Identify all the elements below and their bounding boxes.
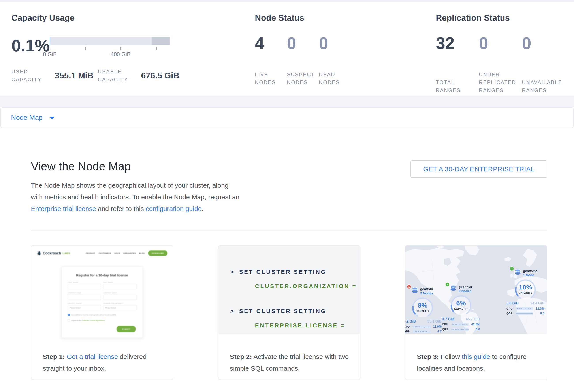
nyc-qps-value: 0.0 <box>476 327 480 331</box>
company-email-field <box>103 295 137 300</box>
capacity-bar-reserved-segment <box>152 37 170 45</box>
company-name-field <box>68 295 101 300</box>
database-icon <box>450 285 457 291</box>
nyc-name: geo=nyc <box>459 285 472 289</box>
dead-nodes-count: 0 <box>319 35 351 52</box>
step3-caption: Step 3: Follow this guide to configure l… <box>405 334 547 374</box>
step1-label: Step 1: <box>43 353 65 360</box>
locality-ams: ✓ geo=ams 1 Node <box>507 269 544 315</box>
license-agreement-link: Software License Agreement. <box>82 319 105 321</box>
sfo-total-gib: 35.1 GiB <box>428 319 442 323</box>
step2-card: >SET CLUSTER SETTING CLUSTER.ORGANIZATIO… <box>218 245 360 380</box>
form-submit-button: SUBMIT <box>117 326 136 332</box>
cockroach-labs-logo: Cockroach LABS <box>37 251 70 256</box>
ams-total-gib: 34.4 GiB <box>530 301 544 305</box>
section-spacer <box>0 96 574 107</box>
sql-prompt: > <box>230 269 235 275</box>
suspect-nodes-label: SUSPECT NODES <box>287 71 319 86</box>
node-map-dropdown-label: Node Map <box>11 114 42 122</box>
used-capacity-label: USED CAPACITY <box>11 68 49 84</box>
page-title: View the Node Map <box>31 160 241 173</box>
step3-node-map-preview: 1 geo=sfo 2 Nodes <box>405 246 547 334</box>
total-ranges-label: TOTAL RANGES <box>436 78 479 94</box>
ams-cpu-value: 12.3% <box>536 307 544 310</box>
capacity-axis-label-zero: 0 GiB <box>43 51 57 57</box>
capacity-bar-used-segment <box>50 37 50 45</box>
ams-nodes: 1 Node <box>523 273 537 277</box>
sql-arg-license: ENTERPRISE.LICENSE = <box>255 322 360 329</box>
nav-customers: CUSTOMERS <box>99 252 111 254</box>
configuration-guide-link[interactable]: configuration guide <box>146 205 202 212</box>
node-map-dropdown[interactable]: Node Map <box>11 114 55 122</box>
ams-capacity-percent: 10% <box>514 284 536 291</box>
unavailable-ranges-label: UNAVAILABLE RANGES <box>522 78 565 94</box>
cpu-sparkline-icon <box>516 307 533 310</box>
nyc-capacity-gauge: 6% CAPACITY <box>450 295 472 317</box>
live-nodes-label: LIVE NODES <box>255 71 287 86</box>
sfo-capacity-percent: 9% <box>411 302 434 309</box>
step2-label: Step 2: <box>230 353 252 360</box>
sfo-nodes: 2 Nodes <box>420 291 433 295</box>
enterprise-trial-license-link[interactable]: Enterprise trial license <box>31 205 96 212</box>
used-capacity-value: 355.1 MiB <box>55 71 93 80</box>
page-top-strip <box>0 0 574 2</box>
sfo-name: geo=sfo <box>420 287 433 291</box>
get-enterprise-trial-button[interactable]: GET A 30-DAY ENTERPRISE TRIAL <box>410 160 547 178</box>
replication-status-title: Replication Status <box>436 13 574 23</box>
ams-qps-value: 0.0 <box>540 312 544 315</box>
ams-capacity-caption: CAPACITY <box>514 291 536 295</box>
view-selector-bar: Node Map <box>0 107 574 128</box>
step2-sql-commands: >SET CLUSTER SETTING CLUSTER.ORGANIZATIO… <box>219 246 360 334</box>
ams-cpu-label: CPU <box>507 307 516 310</box>
nav-resources: RESOURCES <box>123 252 136 254</box>
email-updates-checkbox: ✓ <box>68 314 70 316</box>
last-name-field <box>103 284 137 289</box>
sfo-qps-label: QPS <box>405 330 413 333</box>
capacity-axis-ticks <box>50 47 170 50</box>
get-trial-license-link[interactable]: Get a trial license <box>67 353 118 360</box>
nav-blog: BLOG <box>139 252 145 254</box>
section-divider <box>31 231 547 231</box>
nyc-capacity-percent: 6% <box>450 300 472 306</box>
database-icon <box>514 269 521 275</box>
ams-name: geo=ams <box>523 269 537 273</box>
ams-capacity-gauge: 10% CAPACITY <box>514 279 536 301</box>
sfo-used-gib: 3.2 GiB <box>405 319 416 323</box>
capacity-usage-title: Capacity Usage <box>11 13 255 23</box>
capacity-usage-section: Capacity Usage 0.1% 0 GiB 400 GiB <box>11 13 255 96</box>
usable-capacity-value: 676.5 GiB <box>141 71 179 80</box>
replication-status-section: Replication Status 32 0 0 TOTAL RANGES U… <box>436 13 574 96</box>
locality-nyc: ✓ geo=nyc 2 Nodes <box>442 285 480 331</box>
license-agree-checkbox <box>68 319 70 321</box>
sql-arg-organization: CLUSTER.ORGANIZATION = <box>255 283 360 290</box>
qps-sparkline-icon <box>516 312 533 315</box>
trial-license-form: Register for a 30-day trial license FIRS… <box>62 266 143 338</box>
promo-description: The Node Map shows the geographical layo… <box>31 179 241 215</box>
total-ranges-count: 32 <box>436 35 479 52</box>
nyc-qps-label: QPS <box>442 328 451 331</box>
nyc-capacity-caption: CAPACITY <box>450 307 472 310</box>
minisite-nav: PRODUCT CUSTOMERS DOCS RESOURCES BLOG <box>86 252 144 254</box>
ams-used-gib: 3.6 GiB <box>507 301 519 305</box>
sfo-cpu-value: 11.0% <box>433 325 442 328</box>
ams-qps-label: QPS <box>507 312 516 315</box>
nyc-nodes: 2 Nodes <box>459 289 472 293</box>
sfo-capacity-caption: CAPACITY <box>411 310 434 313</box>
this-guide-link[interactable]: this guide <box>462 353 490 360</box>
dead-nodes-label: DEAD NODES <box>319 71 351 86</box>
unavailable-ranges-count: 0 <box>522 35 565 52</box>
capacity-bar: 0 GiB 400 GiB <box>50 37 170 58</box>
nyc-total-gib: 65.7 GiB <box>466 317 480 321</box>
sql-command-1: SET CLUSTER SETTING <box>239 269 326 275</box>
project-phase-select: Please Select <box>68 305 101 310</box>
nyc-used-gib: 3.7 GiB <box>442 317 454 321</box>
sfo-qps-value: 4.7 <box>437 330 442 333</box>
qps-sparkline-icon <box>451 328 469 331</box>
nav-docs: DOCS <box>114 252 120 254</box>
node-status-title: Node Status <box>255 13 436 23</box>
sfo-alert-badge: 1 <box>407 284 411 289</box>
node-map-promo: View the Node Map The Node Map shows the… <box>0 128 574 380</box>
used-capacity-metric: USED CAPACITY 355.1 MiB <box>11 68 93 84</box>
sfo-cpu-label: CPU <box>405 325 413 328</box>
cpu-sparkline-icon <box>451 323 469 326</box>
